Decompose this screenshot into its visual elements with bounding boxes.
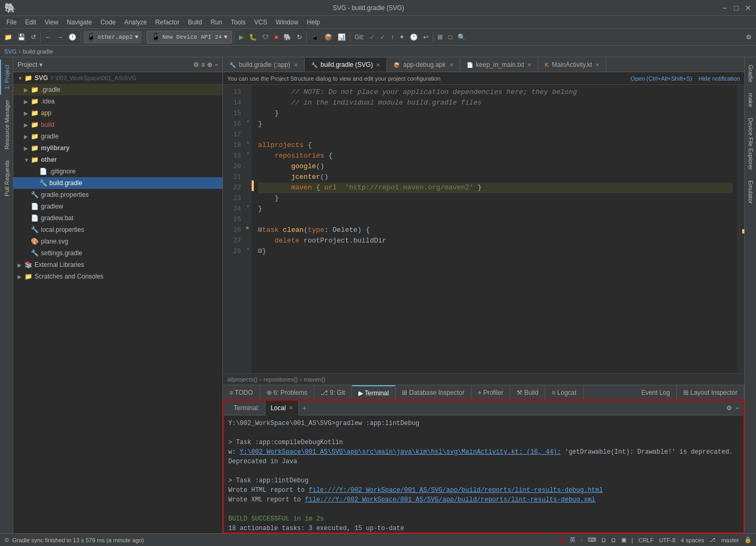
right-tab-emulator[interactable]: Emulator [745,175,756,209]
tree-item-gradlew[interactable]: 📄 gradlew [13,201,222,212]
tree-item-gradleprops[interactable]: 🔧 gradle.properties [13,189,222,201]
tree-item-scratches[interactable]: ▶ 📁 Scratches and Consoles [13,271,222,282]
debug-button[interactable]: 🐛 [247,31,259,44]
avd-manager[interactable]: 📱 [309,31,321,44]
breadcrumb-allprojects[interactable]: allprojects{} [227,376,257,383]
lang-indicator[interactable]: 英 [570,536,575,544]
menu-navigate[interactable]: Navigate [63,18,96,27]
tab-close-svg[interactable]: ✕ [376,62,380,68]
tree-item-planesvg[interactable]: 🎨 plane.svg [13,236,222,247]
forward-button[interactable]: → [55,31,65,44]
add-terminal-tab[interactable]: + [299,404,310,412]
tab-build-gradle-app[interactable]: 🔧 build.gradle (:app) ✕ [223,58,305,72]
term-tab-local[interactable]: Local ✕ [265,401,299,415]
input-icon2[interactable]: ⌨ [588,536,596,543]
sync-button[interactable]: ↺ [29,31,38,44]
stop-button[interactable]: ■ [272,31,280,44]
menu-tools[interactable]: Tools [227,18,250,27]
sidebar-tab-project[interactable]: 1: Project [0,59,13,94]
tab-layout-inspector[interactable]: ⊞ Layout Inspector [677,385,744,400]
run-button[interactable]: ▶ [237,31,246,44]
sync-gradle2[interactable]: ↻ [295,31,304,44]
device-selector[interactable]: 📱 other.app2 ▼ [83,31,142,44]
tab-mainactivity[interactable]: K MainActivity.kt ✕ [538,58,606,72]
breadcrumb-maven[interactable]: maven{} [304,376,325,383]
input-icon1[interactable]: · [581,537,582,543]
tab-git[interactable]: ⎇ 9: Git [314,385,352,400]
branch-name[interactable]: master [721,537,739,543]
sidebar-tab-pullreq[interactable]: Pull Requests [0,155,13,202]
tab-build-gradle-svg[interactable]: 🔧 build.gradle (SVG) ✕ [305,58,388,72]
tab-build[interactable]: ⚒ Build [510,385,545,400]
sidebar-close-icon[interactable]: − [214,61,218,68]
input-icon3[interactable]: Ω [602,537,606,543]
tab-todo[interactable]: ≡ TODO [223,385,260,400]
new-device-button[interactable]: 📱 New Device API 24 ▼ [147,31,233,44]
menu-analyze[interactable]: Analyze [120,18,151,27]
term-close-local[interactable]: ✕ [289,405,293,411]
minimize-button[interactable]: − [721,4,728,12]
terminal-button[interactable]: □ [446,31,454,44]
tree-item-settingsgradle[interactable]: 🔧 settings.gradle [13,247,222,259]
breadcrumb-file[interactable]: build.gradle [23,48,53,55]
term-link-html[interactable]: file:///Y:/002_WorkSpace/001_AS/SVG/app/… [308,487,603,494]
notification-open-link[interactable]: Open (Ctrl+Alt+Shift+S) [631,75,692,82]
git-history[interactable]: 🕐 [408,31,420,44]
notification-hide-link[interactable]: Hide notification [699,75,740,82]
sidebar-settings-icon[interactable]: ⚙ [193,61,199,68]
git-update[interactable]: ✦ [397,31,407,44]
tab-keep-in-main[interactable]: 📄 keep_in_main.txt ✕ [460,58,539,72]
tab-problems[interactable]: ⊕ 6: Problems [260,385,314,400]
term-link-mainactivity[interactable]: Y:\002_WorkSpace\001_AS\SVG\app\src\main… [240,448,561,456]
terminal-content[interactable]: Y:\002_WorkSpace\001_AS\SVG>gradlew :app… [224,415,743,532]
save-button[interactable]: 💾 [15,31,28,44]
close-button[interactable]: ✕ [744,4,752,12]
profiler-btn[interactable]: 📊 [336,31,348,44]
tab-close-kt[interactable]: ✕ [595,62,599,68]
maximize-button[interactable]: □ [733,4,740,12]
back-button[interactable]: ← [43,31,54,44]
menu-run[interactable]: Run [207,18,227,27]
sidebar-expand-icon[interactable]: ⊕ [207,61,212,68]
right-tab-gradle[interactable]: Gradle [745,59,756,88]
tab-event-log[interactable]: Event Log [635,385,677,400]
editor-scrollbar[interactable] [737,85,744,373]
input-icon4[interactable]: Ω [611,537,615,543]
run-with-coverage[interactable]: 🛡 [260,31,271,44]
menu-edit[interactable]: Edit [21,18,40,27]
menu-help[interactable]: Help [303,18,324,27]
menu-vcs[interactable]: VCS [250,18,272,27]
tree-item-root[interactable]: ▼ 📁 SVG Y:\002_WorkSpace\001_AS\SVG [13,72,222,84]
git-push[interactable]: ↑ [389,31,396,44]
terminal-minimize-icon[interactable]: − [735,404,739,412]
tree-item-buildgradle[interactable]: 🔧 build.gradle [13,177,222,189]
tree-item-gradle[interactable]: ▶ 📁 .gradle [13,84,222,96]
sync-gradle[interactable]: 🐘 [281,31,294,44]
right-tab-device-explorer[interactable]: Device File Explorer [745,112,756,175]
git-check[interactable]: ✓ [367,31,377,44]
tree-item-gradlewbat[interactable]: 📄 gradlew.bat [13,212,222,224]
tree-item-app[interactable]: ▶ 📁 app [13,107,222,119]
code-editor[interactable]: 13 14 15 16 17 18 19 20 21 22 23 24 25 2… [223,85,744,373]
tab-profiler[interactable]: ⌖ Profiler [471,385,510,400]
tab-terminal[interactable]: ▶ Terminal [352,385,396,400]
encoding-indicator[interactable]: UTF-8 [659,537,675,543]
tree-item-build[interactable]: ▶ 📁 build [13,119,222,131]
git-check2[interactable]: ✓ [378,31,388,44]
tree-item-gradle-dir[interactable]: ▶ 📁 gradle [13,131,222,142]
menu-file[interactable]: File [2,18,21,27]
breadcrumb-svg[interactable]: SVG [4,48,16,55]
settings-icon[interactable]: ⚙ [744,31,754,44]
tree-item-idea[interactable]: ▶ 📁 .idea [13,96,222,107]
recent-button[interactable]: 🕐 [66,31,79,44]
menu-build[interactable]: Build [184,18,207,27]
code-content[interactable]: // NOTE: Do not place your application d… [254,85,737,373]
tab-close-app[interactable]: ✕ [294,62,298,68]
input-icon5[interactable]: ▣ [621,536,626,543]
terminal-settings-icon[interactable]: ⚙ [726,404,732,412]
sidebar-tab-resource[interactable]: Resource Manager [0,94,13,155]
tab-database[interactable]: ⊞ Database Inspector [396,385,471,400]
indent-indicator[interactable]: 4 spaces [681,537,704,543]
sdk-manager[interactable]: 📦 [322,31,334,44]
crlf-indicator[interactable]: CRLF [638,537,654,543]
